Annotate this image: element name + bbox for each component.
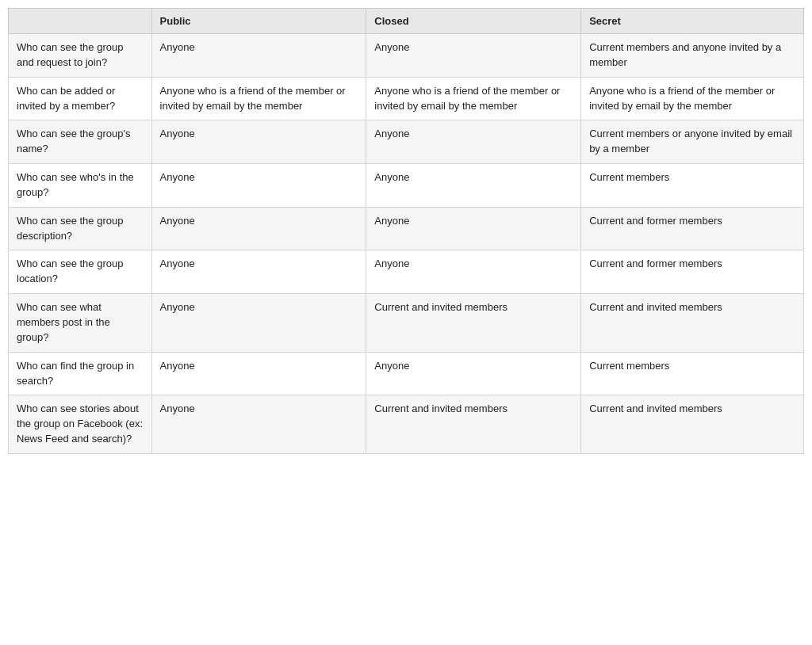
public-cell: Anyone bbox=[151, 395, 366, 454]
closed-cell: Anyone bbox=[366, 164, 581, 208]
secret-cell: Current members or anyone invited by ema… bbox=[581, 120, 804, 164]
table-row: Who can find the group in search?AnyoneA… bbox=[9, 352, 804, 395]
header-secret: Secret bbox=[581, 9, 804, 34]
header-row: Public Closed Secret bbox=[9, 9, 804, 34]
table-row: Who can see the group location?AnyoneAny… bbox=[9, 250, 804, 294]
secret-cell: Current members bbox=[581, 164, 804, 208]
table-row: Who can be added or invited by a member?… bbox=[9, 77, 804, 120]
secret-cell: Anyone who is a friend of the member or … bbox=[581, 77, 804, 120]
closed-cell: Anyone bbox=[366, 250, 581, 294]
comparison-table: Public Closed Secret Who can see the gro… bbox=[8, 8, 804, 454]
header-public: Public bbox=[151, 9, 366, 34]
question-cell: Who can see the group's name? bbox=[9, 120, 152, 164]
closed-cell: Anyone who is a friend of the member or … bbox=[366, 77, 581, 120]
closed-cell: Current and invited members bbox=[366, 395, 581, 454]
public-cell: Anyone bbox=[151, 164, 366, 208]
secret-cell: Current and invited members bbox=[581, 294, 804, 353]
public-cell: Anyone bbox=[151, 250, 366, 294]
header-blank bbox=[9, 9, 152, 34]
secret-cell: Current and invited members bbox=[581, 395, 804, 454]
question-cell: Who can see what members post in the gro… bbox=[9, 294, 152, 353]
question-cell: Who can see the group and request to joi… bbox=[9, 34, 152, 78]
closed-cell: Anyone bbox=[366, 352, 581, 395]
table-row: Who can see what members post in the gro… bbox=[9, 294, 804, 353]
public-cell: Anyone bbox=[151, 120, 366, 164]
question-cell: Who can find the group in search? bbox=[9, 352, 152, 395]
secret-cell: Current members and anyone invited by a … bbox=[581, 34, 804, 78]
question-cell: Who can see the group location? bbox=[9, 250, 152, 294]
closed-cell: Anyone bbox=[366, 120, 581, 164]
public-cell: Anyone bbox=[151, 294, 366, 353]
header-closed: Closed bbox=[366, 9, 581, 34]
table-row: Who can see the group and request to joi… bbox=[9, 34, 804, 78]
table-row: Who can see the group description?Anyone… bbox=[9, 207, 804, 250]
question-cell: Who can be added or invited by a member? bbox=[9, 77, 152, 120]
table-row: Who can see who's in the group?AnyoneAny… bbox=[9, 164, 804, 208]
question-cell: Who can see the group description? bbox=[9, 207, 152, 250]
closed-cell: Anyone bbox=[366, 207, 581, 250]
public-cell: Anyone bbox=[151, 34, 366, 78]
public-cell: Anyone who is a friend of the member or … bbox=[151, 77, 366, 120]
secret-cell: Current and former members bbox=[581, 207, 804, 250]
question-cell: Who can see who's in the group? bbox=[9, 164, 152, 208]
secret-cell: Current members bbox=[581, 352, 804, 395]
public-cell: Anyone bbox=[151, 352, 366, 395]
secret-cell: Current and former members bbox=[581, 250, 804, 294]
public-cell: Anyone bbox=[151, 207, 366, 250]
table-row: Who can see stories about the group on F… bbox=[9, 395, 804, 454]
table-row: Who can see the group's name?AnyoneAnyon… bbox=[9, 120, 804, 164]
closed-cell: Current and invited members bbox=[366, 294, 581, 353]
closed-cell: Anyone bbox=[366, 34, 581, 78]
question-cell: Who can see stories about the group on F… bbox=[9, 395, 152, 454]
